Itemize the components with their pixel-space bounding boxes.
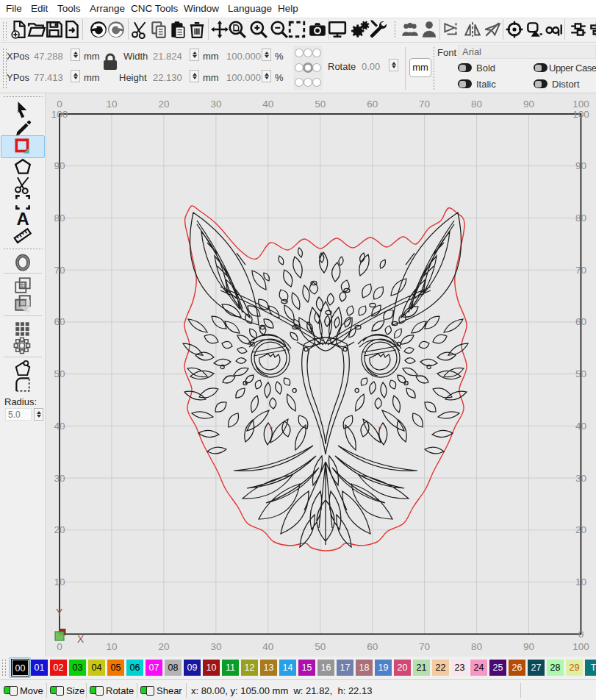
- svg-text:Y: Y: [56, 607, 63, 618]
- svg-text:40: 40: [262, 99, 273, 110]
- svg-text:40: 40: [575, 421, 586, 432]
- svg-text:20: 20: [158, 99, 169, 110]
- svg-text:90: 90: [523, 641, 534, 652]
- svg-text:30: 30: [210, 99, 221, 110]
- svg-text:50: 50: [315, 641, 326, 652]
- svg-text:50: 50: [315, 99, 326, 110]
- svg-text:70: 70: [575, 265, 586, 276]
- svg-text:100: 100: [572, 641, 589, 652]
- svg-text:10: 10: [575, 576, 586, 588]
- svg-text:X: X: [77, 633, 85, 645]
- svg-text:80: 80: [575, 213, 586, 224]
- svg-text:10: 10: [106, 99, 117, 110]
- svg-text:20: 20: [158, 641, 169, 652]
- svg-text:60: 60: [575, 316, 586, 327]
- svg-text:30: 30: [54, 473, 65, 484]
- svg-text:100: 100: [51, 109, 68, 120]
- svg-text:90: 90: [54, 160, 65, 171]
- svg-text:20: 20: [575, 524, 586, 535]
- svg-text:0: 0: [578, 629, 584, 640]
- svg-text:90: 90: [523, 99, 534, 110]
- svg-text:30: 30: [575, 473, 586, 484]
- svg-text:60: 60: [54, 316, 65, 327]
- svg-text:40: 40: [262, 641, 273, 652]
- svg-text:80: 80: [54, 213, 65, 224]
- svg-text:100: 100: [572, 109, 589, 120]
- svg-text:90: 90: [575, 160, 586, 171]
- svg-text:50: 50: [54, 368, 65, 379]
- svg-text:50: 50: [575, 368, 586, 379]
- svg-text:70: 70: [419, 641, 430, 652]
- svg-text:0: 0: [57, 641, 62, 652]
- svg-text:20: 20: [54, 524, 65, 535]
- svg-text:60: 60: [367, 641, 378, 652]
- svg-text:80: 80: [471, 641, 482, 652]
- svg-text:10: 10: [106, 641, 117, 652]
- svg-text:80: 80: [471, 99, 482, 110]
- svg-text:60: 60: [367, 99, 378, 110]
- svg-text:30: 30: [210, 641, 221, 652]
- svg-text:40: 40: [54, 421, 65, 432]
- svg-text:70: 70: [419, 99, 430, 110]
- svg-text:70: 70: [54, 265, 65, 276]
- svg-text:10: 10: [54, 576, 65, 588]
